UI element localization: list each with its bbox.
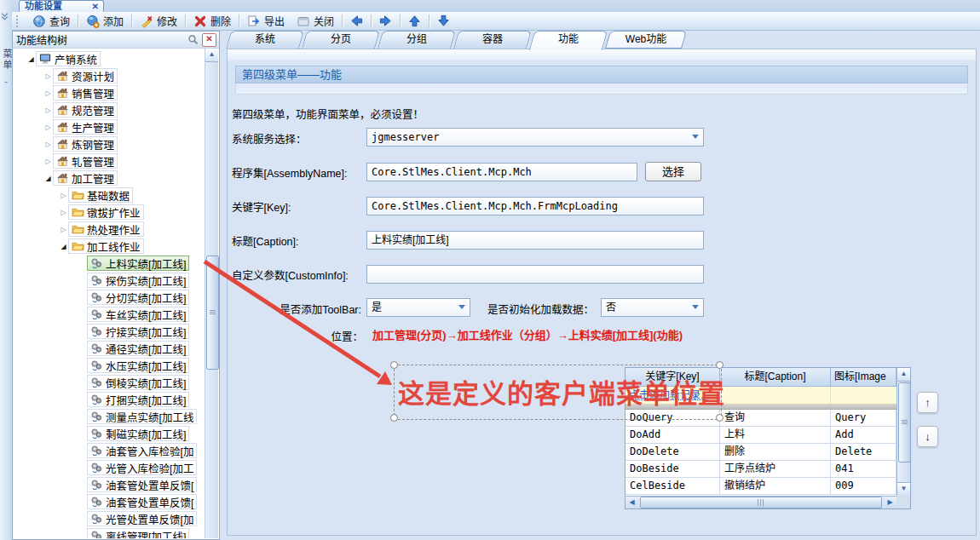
tree-node[interactable]: 油套管处置单反馈[ [14,493,204,510]
choose-button[interactable]: 选择 [645,162,701,181]
expand-icon[interactable]: ▷ [59,209,68,216]
grid-cell-key[interactable]: DoAdd [625,427,720,444]
expand-icon[interactable]: ▷ [43,72,53,80]
tree-node[interactable]: 拧接实绩[加工线] [14,323,204,340]
modify-button[interactable]: 修改 [134,13,183,29]
tab-分页[interactable]: 分页 [304,31,378,49]
grid-cell-image[interactable]: Query [831,410,896,427]
nav-up-button[interactable] [402,13,427,29]
tree-node[interactable]: 打捆实绩[加工线] [14,391,204,408]
selection-handle[interactable] [390,414,398,422]
tree-vertical-scrollbar[interactable]: ▲ [205,49,218,538]
expand-icon[interactable]: ▷ [59,192,68,199]
grid-vscroll-thumb[interactable] [898,382,911,462]
nav-right-button[interactable] [373,13,398,29]
tab-分组[interactable]: 分组 [380,31,453,49]
service-combobox[interactable]: jgmesserver [366,128,704,146]
grid-column-caption[interactable]: 标题[Caption] [720,368,831,387]
caption-input[interactable]: 上料实绩[加工线] [366,231,704,250]
grid-cell-caption[interactable]: 删除 [720,444,831,461]
tab-close-icon[interactable]: ✕ [92,2,99,12]
init-load-combobox[interactable]: 否 [601,298,704,317]
grid-cell-image[interactable]: Delete [831,444,896,461]
query-button[interactable]: 查询 [26,13,76,29]
grid-column-image[interactable]: 图标[Image [831,368,896,387]
tab-功能[interactable]: 功能 [532,31,605,50]
nav-down-button[interactable] [431,13,456,29]
grid-row[interactable]: DoAdd上料Add [625,427,910,444]
grid-cell-image[interactable]: Add [831,427,896,444]
tree-node[interactable]: 探伤实绩[加工线] [14,272,204,289]
chevron-down-icon[interactable] [692,135,699,142]
toolbar-grip[interactable] [16,15,20,27]
move-up-button[interactable]: ↑ [917,392,938,413]
tree-node[interactable]: 油套管处置单反馈[ [14,476,204,493]
grid-cell-caption[interactable]: 撤销结炉 [720,478,831,495]
grid-row[interactable]: CelBeside撤销结炉009 [625,478,910,495]
move-down-button[interactable]: ↓ [917,426,938,447]
nav-left-button[interactable] [344,13,369,29]
document-tab-active[interactable]: 功能设置 ✕ [19,0,104,12]
expand-icon[interactable]: ▷ [59,226,68,233]
tree-node[interactable]: 倒棱实绩[加工线] [14,374,204,391]
scroll-left-icon[interactable]: ◀ [625,497,638,508]
tree-node[interactable]: 水压实绩[加工线] [14,357,204,374]
grid-cell-image[interactable]: 009 [831,478,896,495]
delete-button[interactable]: 删除 [187,13,237,29]
grid-hscroll-thumb[interactable] [640,497,882,508]
grid-cell-caption[interactable]: 查询 [720,410,831,427]
tree-node[interactable]: 光管入库检验[加工 [14,459,204,476]
selection-handle[interactable] [716,414,723,422]
grid-row[interactable]: DoBeside工序点结炉041 [625,461,910,478]
collapse-icon[interactable]: ◢ [43,175,53,182]
grid-cell-caption[interactable]: 工序点结炉 [720,461,831,478]
selection-handle[interactable] [390,361,398,369]
chevron-down-icon[interactable] [458,305,465,313]
tree-node[interactable]: 测量点实绩[加工线 [14,408,204,425]
tree-node[interactable]: ▷销售管理 [14,84,204,101]
chevron-down-icon[interactable] [692,305,699,313]
scroll-down-icon[interactable]: ▼ [897,482,910,496]
export-button[interactable]: 导出 [241,13,291,29]
tab-Web功能[interactable]: Web功能 [608,31,684,49]
close-button[interactable]: 关闭 [291,13,340,29]
grid-cell-key[interactable]: DoDelete [625,444,720,461]
grid-horizontal-scrollbar[interactable]: ◀ ▶ [625,496,896,508]
selection-handle[interactable] [716,361,723,369]
tree-node[interactable]: 分切实绩[加工线] [14,289,204,306]
tree-node[interactable]: 光管处置单反馈[加 [14,510,204,527]
collapsed-menu-dock[interactable]: 菜单 - [0,0,13,540]
collapse-icon[interactable]: ◢ [59,243,68,250]
collapse-icon[interactable]: ◢ [26,55,36,63]
tree-node[interactable]: ▷生产管理 [14,118,204,135]
expand-icon[interactable]: ▷ [43,106,53,114]
expand-icon[interactable]: ▷ [43,89,53,97]
tree-node[interactable]: ◢加工线作业 [14,238,204,255]
tree-node[interactable]: ▷轧管管理 [14,152,204,169]
tree-node[interactable]: 上料实绩[加工线] [14,255,204,272]
tree-node[interactable]: 车丝实绩[加工线] [14,306,204,323]
tree-node[interactable]: ◢加工管理 [14,169,204,187]
grid-cell-image[interactable]: 041 [831,461,896,478]
tree-node[interactable]: ▷基础数据 [14,187,204,204]
key-input[interactable]: Core.StlMes.Client.Mcp.Mch.FrmMcpLoading [366,197,704,215]
scroll-right-icon[interactable]: ▶ [884,497,896,508]
grid-vertical-scrollbar[interactable]: ▲ ▼ [896,368,910,496]
custominfo-input[interactable] [366,265,704,284]
tree-node[interactable]: ▷规范管理 [14,101,204,118]
grid-row[interactable]: DoDelete删除Delete [625,444,910,461]
add-toolbar-combobox[interactable]: 是 [366,298,470,317]
pin-icon[interactable] [187,34,199,45]
panel-close-icon[interactable]: ✕ [202,33,216,47]
tree-node[interactable]: 通径实绩[加工线] [14,340,204,357]
expand-icon[interactable]: ▷ [43,158,53,165]
add-button[interactable]: 添加 [80,13,130,29]
tree-node[interactable]: 油套管入库检验[加 [14,442,204,459]
tree-node[interactable]: 剩磁实绩[加工线] [14,425,204,442]
tree-node[interactable]: ▷镦拔扩作业 [14,204,204,221]
tree-node[interactable]: ▷资源计划 [14,67,204,84]
assembly-input[interactable]: Core.StlMes.Client.Mcp.Mch [366,163,637,181]
tree-node[interactable]: 离线管理[加工线] [14,527,204,538]
scroll-up-icon[interactable]: ▲ [897,368,910,382]
tree-node[interactable]: ▷炼钢管理 [14,135,204,152]
